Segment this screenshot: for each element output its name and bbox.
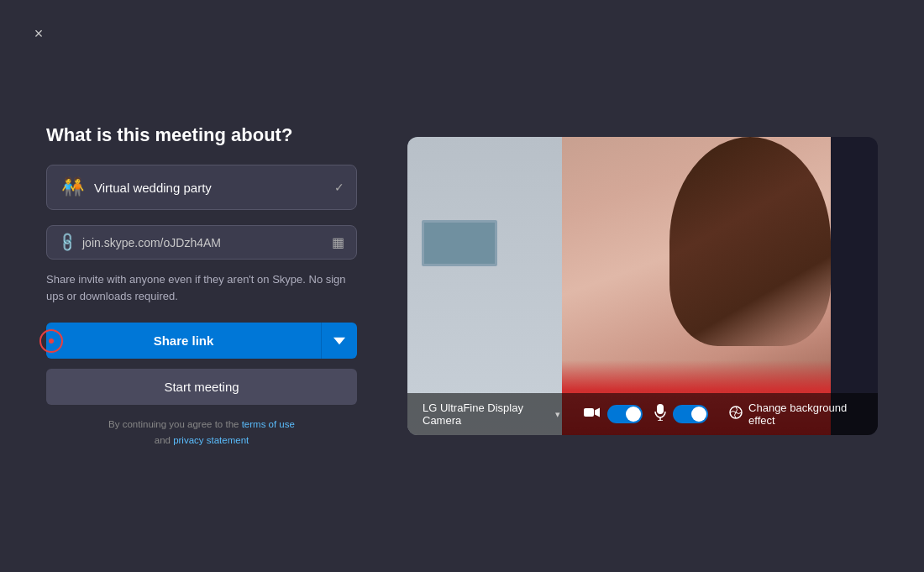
terms-text: By continuing you agree to the terms of … [46,417,357,448]
video-control-group [584,405,643,423]
topic-label: Virtual wedding party [94,181,326,195]
close-button[interactable]: × [25,20,52,47]
start-meeting-button[interactable]: Start meeting [46,369,357,405]
background-effect-icon [728,405,743,423]
cursor-indicator [39,329,63,353]
invite-link-text: join.skype.com/oJDzh4AM [82,236,325,249]
video-camera-icon [584,406,601,422]
topic-emoji: 🧑‍🤝‍🧑 [59,174,86,201]
camera-selector[interactable]: LG UltraFine Display Camera ▾ [423,401,560,427]
change-background-effect-button[interactable]: Change background effect [728,401,863,427]
camera-name-label: LG UltraFine Display Camera [423,401,551,427]
person-figure [562,137,831,435]
copy-icon[interactable]: ▦ [332,234,344,250]
camera-selector-chevron-icon: ▾ [555,409,560,420]
chevron-down-icon [333,335,345,347]
camera-preview-panel: LG UltraFine Display Camera ▾ [407,137,878,435]
share-link-dropdown-button[interactable] [321,323,357,359]
microphone-icon [654,404,666,425]
meeting-question-heading: What is this meeting about? [46,124,357,146]
picture-frame-decoration [422,220,497,266]
link-icon: 🔗 [55,231,79,255]
share-button-row: Share link [46,323,357,359]
terms-of-use-link[interactable]: terms of use [242,419,295,429]
hair-overlay [669,137,831,346]
left-panel: What is this meeting about? 🧑‍🤝‍🧑 Virtua… [46,124,357,448]
share-link-button[interactable]: Share link [46,323,321,359]
main-layout: What is this meeting about? 🧑‍🤝‍🧑 Virtua… [0,0,924,572]
mic-control-group [654,404,708,425]
share-description: Share invite with anyone even if they ar… [46,271,357,304]
svg-rect-1 [657,404,664,414]
video-toggle[interactable] [607,405,643,423]
mic-toggle[interactable] [673,405,708,423]
bg-effect-label: Change background effect [748,401,863,427]
privacy-statement-link[interactable]: privacy statement [173,435,249,445]
camera-controls-bar: LG UltraFine Display Camera ▾ [407,393,878,435]
link-input-container: 🔗 join.skype.com/oJDzh4AM ▦ [46,225,357,260]
svg-rect-0 [584,408,594,417]
chevron-down-icon: ✓ [334,181,344,194]
meeting-topic-dropdown[interactable]: 🧑‍🤝‍🧑 Virtual wedding party ✓ [46,165,357,210]
camera-preview [407,137,878,435]
